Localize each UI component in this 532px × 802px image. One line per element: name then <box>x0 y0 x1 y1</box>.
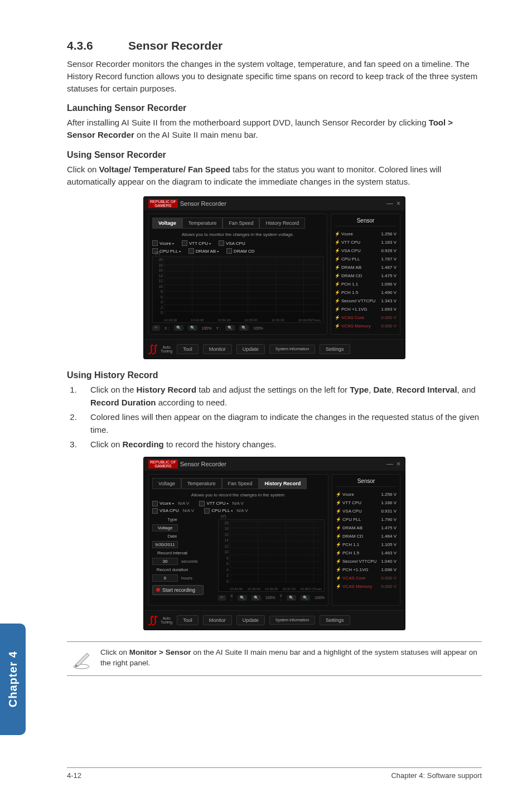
tabstrip: Voltage Temperature Fan Speed History Re… <box>152 218 323 229</box>
sensor-row: ⚡PCH 1.51.490 V <box>335 288 396 297</box>
screenshot-voltage: REPUBLIC OFGAMERS Sensor Recorder — × Vo… <box>143 196 405 359</box>
chart-unit: (V) <box>221 514 226 518</box>
sensor-row: ⚡VSA CPU0.931 V <box>336 507 396 515</box>
check-vttcpu[interactable]: VTT CPU •N/A V <box>199 501 244 506</box>
tab-fanspeed[interactable]: Fan Speed <box>222 478 259 489</box>
autotune-1: Auto <box>161 616 172 620</box>
settings-button[interactable]: Settings <box>320 615 350 625</box>
launch-paragraph: After installing AI Suite II from the mo… <box>67 117 482 141</box>
launch-text-b: on the AI Suite II main menu bar. <box>134 130 258 139</box>
brand-top: REPUBLIC OF <box>150 460 176 464</box>
sensor-row: ⚡DRAM CD1.475 V <box>335 272 396 280</box>
tab-fanspeed[interactable]: Fan Speed <box>223 218 259 229</box>
monitor-button[interactable]: Monitor <box>203 344 232 354</box>
sensor-row: ⚡PCH +1.1VG1.096 V <box>336 566 396 574</box>
settings-button[interactable]: Settings <box>320 344 350 354</box>
start-recording-button[interactable]: Start recording <box>152 585 204 595</box>
sysinfo-button[interactable]: System Information <box>269 616 315 625</box>
zoom-y-val: 100% <box>315 596 325 600</box>
intro-paragraph: Sensor Recorder monitors the changes in … <box>67 58 482 94</box>
zoom-y-in-icon[interactable]: 🔍 <box>225 325 235 331</box>
brand-top: REPUBLIC OF <box>150 200 176 204</box>
type-label: Type <box>152 517 192 522</box>
sensor-row: ⚡PCH 1.11.096 V <box>335 280 396 288</box>
chart-unit: (V) <box>155 251 160 255</box>
sensor-row: ⚡PCH 1.11.105 V <box>336 540 396 549</box>
sensor-panel-title: Sensor <box>336 478 396 487</box>
zoom-y-in-icon[interactable]: 🔍 <box>287 595 296 601</box>
launch-text-a: After installing AI Suite II from the mo… <box>67 118 429 127</box>
sysinfo-button[interactable]: System Information <box>269 345 315 354</box>
zoom-x-label: X : <box>230 594 233 602</box>
sensor-row: ⚡PCH 1.51.493 V <box>336 549 396 557</box>
section-title: Sensor Recorder <box>128 39 223 52</box>
using-heading: Using Sensor Recorder <box>67 150 482 160</box>
note-box: Click on Monitor > Sensor on the AI Suit… <box>67 641 482 676</box>
sensor-row: ⚡VCAS Core0.000 V <box>335 313 396 322</box>
using-paragraph: Click on Voltage/ Temperature/ Fan Speed… <box>67 163 482 188</box>
step-1: Click on the History Record tab and adju… <box>79 384 482 409</box>
sensor-row: ⚡VTT CPU1.183 V <box>335 238 396 247</box>
check-vttcpu[interactable]: VTT CPU • <box>182 240 211 246</box>
zoom-x-out-icon[interactable]: 🔍 <box>252 595 261 601</box>
sensor-row: ⚡VCAS Core0.000 V <box>336 574 396 582</box>
zoom-y-out-icon[interactable]: 🔍 <box>301 595 310 601</box>
zoom-y-out-icon[interactable]: 🔍 <box>239 325 249 331</box>
tool-button[interactable]: Tool <box>177 344 199 354</box>
close-button[interactable]: × <box>396 460 400 468</box>
check-dramab[interactable]: DRAM AB • <box>188 248 219 254</box>
sensor-row: ⚡CPU PLL1.787 V <box>335 255 396 263</box>
zoom-x-in-icon[interactable]: 🔍 <box>174 325 183 331</box>
launch-heading: Launching Sensor Recorder <box>67 103 482 113</box>
sensor-row: ⚡VSA CPU0.928 V <box>335 247 396 255</box>
undo-zoom-icon[interactable]: ↶ <box>218 595 226 601</box>
start-recording-label: Start recording <box>162 587 195 593</box>
update-button[interactable]: Update <box>236 615 265 625</box>
zoom-y-label: Y : <box>280 594 283 602</box>
minimize-button[interactable]: — <box>386 460 393 468</box>
check-cpupll[interactable]: CPU PLL •N/A V <box>204 508 248 514</box>
tool-button[interactable]: Tool <box>177 615 199 625</box>
check-vsacpu[interactable]: VSA CPU <box>219 240 245 246</box>
sensor-row: ⚡VCAS Memory0.000 V <box>335 322 396 330</box>
tab-voltage[interactable]: Voltage <box>152 218 182 229</box>
interval-input[interactable]: 30 <box>152 558 178 565</box>
tab-temperature[interactable]: Temperature <box>181 478 222 489</box>
interval-label: Record interval <box>152 550 192 555</box>
duration-unit: hours <box>181 576 192 581</box>
zoom-x-out-icon[interactable]: 🔍 <box>188 325 197 331</box>
zoom-x-val: 100% <box>202 326 212 330</box>
undo-zoom-icon[interactable]: ↶ <box>152 325 160 331</box>
minimize-button[interactable]: — <box>386 200 393 207</box>
monitor-button[interactable]: Monitor <box>203 615 232 625</box>
check-vcore[interactable]: Vcore • <box>152 240 174 246</box>
duration-input[interactable]: 6 <box>152 574 178 582</box>
type-select[interactable]: Voltage <box>152 524 178 532</box>
interval-unit: seconds <box>181 559 198 564</box>
history-chart: (V) 20181614121086420 10:34:0010:35:0010… <box>218 519 325 592</box>
tab-history[interactable]: History Record <box>259 218 305 229</box>
window-title: Sensor Recorder <box>180 200 226 207</box>
autotune-1: Auto <box>161 345 172 349</box>
note-bold: Monitor > Sensor <box>129 648 191 656</box>
tab-temperature[interactable]: Temperature <box>182 218 223 229</box>
page-footer: 4-12 Chapter 4: Software support <box>67 767 482 780</box>
close-button[interactable]: × <box>396 200 400 207</box>
brand-bot: GAMERS <box>150 204 176 207</box>
zoom-y-val: 100% <box>253 326 263 330</box>
sensor-row: ⚡Vcore1.256 V <box>336 490 396 499</box>
check-dramcd[interactable]: DRAM CD <box>226 248 254 254</box>
date-input[interactable]: 9/20/2011 <box>152 541 178 548</box>
section-number: 4.3.6 <box>67 39 128 52</box>
check-vsacpu[interactable]: VSA CPUN/A V <box>152 508 194 514</box>
tab-history[interactable]: History Record <box>259 478 307 489</box>
rog-logo-icon: ⟆⟆ <box>148 343 156 355</box>
hint-text: Allows you to monitor the changes in the… <box>152 232 323 237</box>
zoom-x-in-icon[interactable]: 🔍 <box>238 595 247 601</box>
sensor-row: ⚡VTT CPU1.186 V <box>336 499 396 507</box>
check-vcore[interactable]: Vcore •N/A V <box>152 501 189 506</box>
update-button[interactable]: Update <box>236 344 265 354</box>
tab-voltage[interactable]: Voltage <box>152 478 181 489</box>
date-label: Date <box>152 534 192 539</box>
using-bold: Voltage/ Temperature/ Fan Speed <box>99 165 230 174</box>
